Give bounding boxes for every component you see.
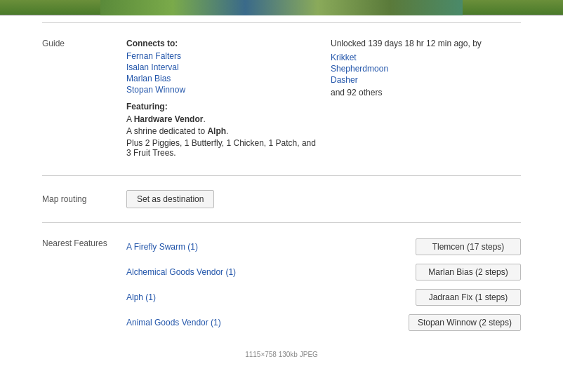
nearest-features-label: Nearest Features [42, 238, 112, 339]
nearest-row-2: Alph (1) Jadraan Fix (1 steps) [126, 289, 521, 306]
guide-content: Connects to: Fernan Falters Isalan Inter… [126, 39, 521, 160]
featuring-section: Featuring: A Hardware Vendor. A shrine d… [126, 102, 317, 158]
nearest-btn-3[interactable]: Stopan Winnow (2 steps) [409, 314, 521, 331]
featuring-header: Featuring: [126, 102, 317, 111]
nearest-features-content: A Firefly Swarm (1) Tlemcen (17 steps) A… [126, 238, 521, 339]
nearest-name-2[interactable]: Alph (1) [126, 292, 156, 302]
guide-label: Guide [42, 39, 112, 160]
connects-link-3[interactable]: Stopan Winnow [126, 85, 317, 95]
nearest-name-3[interactable]: Animal Goods Vendor (1) [126, 318, 221, 327]
unlocked-title: Unlocked 139 days 18 hr 12 min ago, by [331, 39, 521, 48]
connects-link-0[interactable]: Fernan Falters [126, 51, 317, 61]
separator-3 [42, 222, 521, 223]
featuring-text-2: Plus 2 Piggies, 1 Butterfly, 1 Chicken, … [126, 138, 316, 158]
connects-to-column: Connects to: Fernan Falters Isalan Inter… [126, 39, 317, 160]
nearest-row-0: A Firefly Swarm (1) Tlemcen (17 steps) [126, 238, 521, 255]
and-others: and 92 others [331, 88, 521, 97]
unlocked-column: Unlocked 139 days 18 hr 12 min ago, by K… [331, 39, 521, 160]
featuring-item-2: Plus 2 Piggies, 1 Butterfly, 1 Chicken, … [126, 138, 317, 158]
nearest-btn-2[interactable]: Jadraan Fix (1 steps) [416, 289, 521, 306]
separator-1 [42, 22, 521, 23]
map-routing-section: Map routing Set as destination [0, 183, 563, 215]
page-footer: 1115×758 130kb JPEG [0, 348, 563, 361]
map-banner-image [100, 0, 463, 15]
nearest-btn-0[interactable]: Tlemcen (17 steps) [416, 238, 521, 255]
connects-link-2[interactable]: Marlan Bias [126, 74, 317, 83]
nearest-row-3: Animal Goods Vendor (1) Stopan Winnow (2… [126, 314, 521, 331]
connects-to-header: Connects to: [126, 39, 317, 48]
nearest-features-section: Nearest Features A Firefly Swarm (1) Tle… [0, 230, 563, 348]
featuring-text-1: A shrine dedicated to Alph. [126, 126, 228, 136]
set-destination-button[interactable]: Set as destination [126, 190, 214, 208]
nearest-name-1[interactable]: Alchemical Goods Vendor (1) [126, 267, 236, 277]
nearest-name-0[interactable]: A Firefly Swarm (1) [126, 242, 198, 252]
unlocked-user-2[interactable]: Dasher [331, 75, 521, 85]
featuring-item-0: A Hardware Vendor. [126, 114, 317, 124]
unlocked-section: Unlocked 139 days 18 hr 12 min ago, by K… [331, 39, 521, 97]
guide-section: Guide Connects to: Fernan Falters Isalan… [0, 30, 563, 168]
connects-link-1[interactable]: Isalan Interval [126, 62, 317, 72]
map-banner-area [0, 0, 563, 15]
separator-2 [42, 175, 521, 176]
nearest-row-1: Alchemical Goods Vendor (1) Marlan Bias … [126, 264, 521, 281]
unlocked-user-0[interactable]: Krikket [331, 53, 521, 62]
unlocked-user-1[interactable]: Shepherdmoon [331, 64, 521, 74]
nearest-btn-1[interactable]: Marlan Bias (2 steps) [416, 264, 521, 281]
featuring-item-1: A shrine dedicated to Alph. [126, 126, 317, 136]
featuring-text-0: A Hardware Vendor. [126, 114, 206, 124]
map-routing-label: Map routing [42, 194, 112, 204]
